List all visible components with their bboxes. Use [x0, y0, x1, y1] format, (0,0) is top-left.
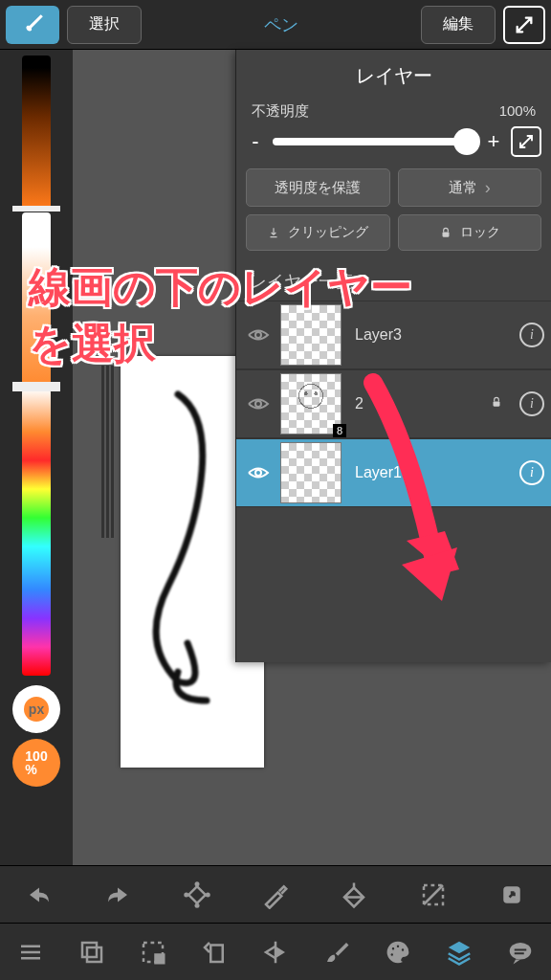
svg-point-9: [194, 902, 199, 907]
clipping-button[interactable]: クリッピング: [246, 214, 390, 251]
flip-icon: [261, 938, 290, 967]
transform-button[interactable]: [170, 868, 224, 922]
svg-point-2: [255, 401, 261, 407]
expand-icon: [518, 133, 535, 150]
svg-rect-18: [210, 945, 223, 962]
menu-button[interactable]: [4, 925, 57, 979]
visibility-toggle[interactable]: [236, 392, 280, 415]
redo-button[interactable]: [91, 868, 144, 922]
undo-icon: [25, 880, 54, 909]
svg-line-12: [424, 885, 443, 904]
rotate-button[interactable]: [187, 925, 241, 979]
copy-icon: [77, 938, 106, 967]
brush-icon: [322, 938, 351, 967]
svg-rect-6: [188, 886, 206, 903]
layer-info-button[interactable]: i: [513, 460, 551, 485]
slider-handle[interactable]: [12, 386, 60, 391]
lock-icon: [439, 226, 452, 239]
selection-button[interactable]: [407, 868, 460, 922]
svg-point-23: [510, 943, 532, 960]
panel-expand-button[interactable]: [511, 126, 541, 157]
hue-strip[interactable]: [22, 389, 51, 676]
select-button[interactable]: 選択: [67, 6, 142, 44]
svg-point-20: [396, 944, 400, 947]
layer-info-button[interactable]: i: [513, 391, 551, 416]
flip-button[interactable]: [249, 925, 302, 979]
undo-button[interactable]: [12, 868, 66, 922]
current-tool-label: ペン: [149, 13, 413, 36]
menu-icon: [16, 938, 45, 967]
copy-button[interactable]: [65, 925, 119, 979]
layer-name: 2: [342, 395, 490, 412]
opacity-label: 不透明度: [252, 102, 309, 121]
redo-icon: [103, 880, 132, 909]
marquee-icon: [139, 938, 167, 967]
blend-mode-label: 通常: [449, 179, 477, 197]
svg-point-21: [401, 947, 405, 951]
layer-row[interactable]: Layer1 i: [236, 438, 551, 507]
lock-icon: [490, 395, 513, 412]
opacity-slider[interactable]: [273, 138, 476, 145]
chat-button[interactable]: [494, 925, 547, 979]
svg-rect-0: [442, 232, 449, 236]
svg-rect-14: [82, 943, 97, 957]
svg-point-22: [390, 952, 394, 956]
annotation-text: 線画の下のレイヤー を選択: [29, 258, 412, 372]
layers-icon: [445, 938, 474, 967]
brush-nav-button[interactable]: [310, 925, 364, 979]
chat-icon: [506, 938, 535, 967]
color-sidebar: px 100%: [0, 50, 73, 865]
eyedropper-button[interactable]: [249, 868, 302, 922]
marquee-button[interactable]: [126, 925, 180, 979]
fullscreen-button[interactable]: [503, 6, 545, 44]
layer-info-button[interactable]: i: [513, 323, 551, 347]
layers-nav-button[interactable]: [432, 925, 486, 979]
brush-size-label: px: [29, 702, 44, 717]
brush-size-indicator[interactable]: px: [12, 685, 60, 733]
layer-thumbnail: 8: [280, 373, 342, 434]
chevron-right-icon: ›: [485, 178, 491, 198]
slider-handle[interactable]: [12, 206, 60, 212]
layer-name: Layer1: [342, 464, 513, 481]
layer-thumbnail: [280, 442, 342, 503]
layer-row[interactable]: 8 2 i: [236, 369, 551, 438]
layer-badge: 8: [333, 424, 346, 437]
action-toolbar: [0, 865, 551, 923]
opacity-increase-button[interactable]: +: [486, 129, 501, 154]
share-icon: [497, 880, 526, 909]
expand-icon: [514, 14, 535, 35]
edit-button[interactable]: 編集: [421, 6, 496, 44]
visibility-toggle[interactable]: [236, 461, 280, 484]
svg-rect-17: [154, 953, 165, 964]
ruler-vertical: [101, 366, 115, 538]
brush-icon: [20, 12, 45, 37]
top-toolbar: 選択 ペン 編集: [0, 0, 551, 50]
share-button[interactable]: [485, 868, 539, 922]
bucket-button[interactable]: [327, 868, 381, 922]
opacity-value: 100%: [25, 749, 47, 776]
layers-panel-title: レイヤー: [236, 50, 551, 99]
svg-rect-15: [87, 947, 101, 962]
svg-point-10: [184, 892, 188, 897]
protect-alpha-button[interactable]: 透明度を保護: [246, 168, 390, 207]
opacity-value: 100%: [499, 102, 536, 121]
brush-opacity-indicator[interactable]: 100%: [12, 739, 60, 787]
lock-button[interactable]: ロック: [398, 214, 542, 251]
svg-point-19: [391, 947, 395, 950]
brush-tool-button[interactable]: [6, 6, 59, 44]
blend-mode-button[interactable]: 通常 ›: [398, 168, 542, 207]
clip-arrow-icon: [267, 226, 280, 239]
palette-button[interactable]: [371, 925, 425, 979]
lock-label: ロック: [460, 224, 500, 241]
svg-point-7: [194, 881, 199, 886]
color-strip-dark[interactable]: [22, 56, 51, 209]
opacity-decrease-button[interactable]: -: [248, 129, 263, 154]
rotate-icon: [200, 938, 229, 967]
eye-icon: [247, 461, 270, 484]
clipping-label: クリッピング: [288, 224, 368, 241]
svg-rect-3: [494, 401, 500, 406]
svg-point-8: [205, 892, 209, 897]
bucket-icon: [340, 880, 368, 909]
transform-icon: [183, 880, 211, 909]
nav-toolbar: [0, 923, 551, 980]
